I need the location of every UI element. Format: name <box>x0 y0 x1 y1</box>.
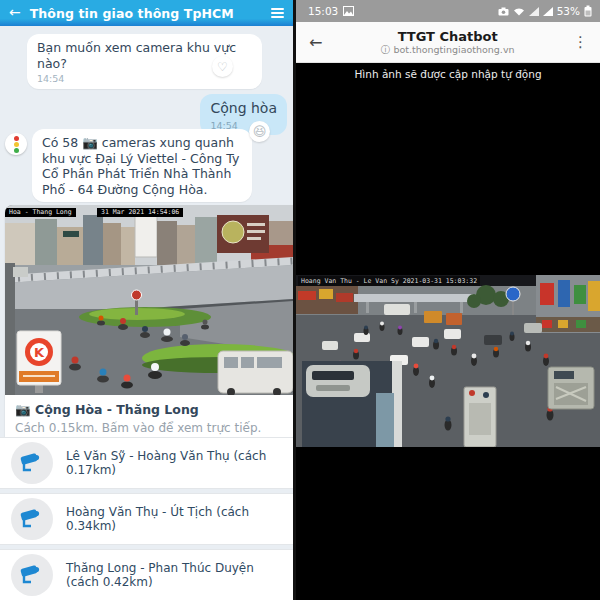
bus-roof <box>302 361 402 447</box>
message-text: Cộng hòa <box>210 100 277 118</box>
live-camera-image: Hoang Van Thu - Le Van Sy 2021-03-31 15:… <box>296 275 600 447</box>
chat-header: ← Thông tin giao thông TpHCM <box>0 0 293 26</box>
cctv-camera-icon <box>11 442 53 484</box>
info-icon: ⓘ <box>381 44 391 55</box>
billboard <box>217 215 269 253</box>
left-shops <box>296 286 358 314</box>
screenshot-composite: ← Thông tin giao thông TpHCM Bạn muốn xe… <box>0 0 600 600</box>
wifi-icon <box>513 7 525 16</box>
overflow-menu-icon[interactable]: ⋮ <box>573 33 588 51</box>
camera-list-item-label: Lê Văn Sỹ - Hoàng Văn Thụ (cách 0.17km) <box>66 449 293 478</box>
heart-reaction-icon[interactable]: ♡ <box>212 56 233 77</box>
camera-emoji-icon: 📷 <box>15 402 31 417</box>
intersection-scene-graphic <box>296 275 600 447</box>
camera-list-item[interactable]: Thăng Long - Phan Thúc Duyện (cách 0.42k… <box>0 549 293 600</box>
cctv-camera-icon <box>11 498 53 540</box>
battery-icon <box>584 5 592 17</box>
camera-list-item-label: Hoàng Văn Thụ - Út Tịch (cách 0.34km) <box>66 505 293 534</box>
camera-list-item-label: Thăng Long - Phan Thúc Duyện (cách 0.42k… <box>66 561 293 590</box>
browser-app-pane: 15:03 53% <box>296 0 600 600</box>
bot-message-result: Có 58 📷 cameras xung quanh khu vực Đại L… <box>32 129 252 202</box>
camera-overlay-timestamp: 31 Mar 2021 14:54:06 <box>97 208 183 217</box>
signal-lte-icon <box>529 7 539 16</box>
message-text: Có 58 📷 cameras xung quanh khu vực Đại L… <box>42 135 242 198</box>
goods-truck <box>464 387 496 447</box>
camera-overlay-location: Hoa - Thang Long <box>5 208 76 217</box>
camera-list-item[interactable]: Lê Văn Sỹ - Hoàng Văn Thụ (cách 0.17km) <box>0 437 293 489</box>
browser-back-icon[interactable]: ← <box>309 33 322 52</box>
svg-text:K: K <box>34 345 45 360</box>
live-camera-overlay-text: Hoang Van Thu - Le Van Sy 2021-03-31 15:… <box>298 276 480 286</box>
android-status-bar: 15:03 53% <box>296 0 600 22</box>
white-van <box>218 351 293 395</box>
page-url: bot.thongtingiaothong.vn <box>393 44 514 55</box>
right-buildings <box>536 275 600 333</box>
auto-update-notice: Hình ảnh sẽ được cập nhập tự động <box>296 68 600 80</box>
signal-icon <box>543 7 553 16</box>
page-title: TTGT Chatbot <box>322 29 573 44</box>
camera-snapshot-image[interactable]: K <box>5 205 293 395</box>
chat-title: Thông tin giao thông TpHCM <box>30 6 234 21</box>
camera-snapshot-card[interactable]: K <box>5 205 293 444</box>
menu-list-icon[interactable] <box>271 8 284 18</box>
cctv-camera-icon <box>11 554 53 596</box>
camera-status-icon <box>498 7 509 16</box>
address-area[interactable]: TTGT Chatbot ⓘ bot.thongtingiaothong.vn <box>322 29 573 55</box>
nearby-camera-list: Lê Văn Sỹ - Hoàng Văn Thụ (cách 0.17km) … <box>0 437 293 600</box>
camera-card-subtitle: Cách 0.15km. Bấm vào để xem trực tiếp. <box>15 421 283 435</box>
camera-list-item[interactable]: Hoàng Văn Thụ - Út Tịch (cách 0.34km) <box>0 493 293 545</box>
browser-header: ← TTGT Chatbot ⓘ bot.thongtingiaothong.v… <box>296 22 600 63</box>
circle-k-sign: K <box>17 331 61 393</box>
battery-percent: 53% <box>557 5 580 17</box>
street-scene-graphic: K <box>5 205 293 395</box>
gallery-icon <box>343 6 354 16</box>
bot-avatar-traffic-light-icon <box>5 133 27 155</box>
camera-card-title: Cộng Hòa - Thăng Long <box>35 402 199 417</box>
flatbed-truck <box>548 367 594 409</box>
laugh-emoji-reaction-icon[interactable]: 😆 <box>249 121 270 142</box>
back-arrow-icon[interactable]: ← <box>9 4 21 20</box>
status-time: 15:03 <box>308 5 338 17</box>
chat-app-pane: ← Thông tin giao thông TpHCM Bạn muốn xe… <box>0 0 293 600</box>
